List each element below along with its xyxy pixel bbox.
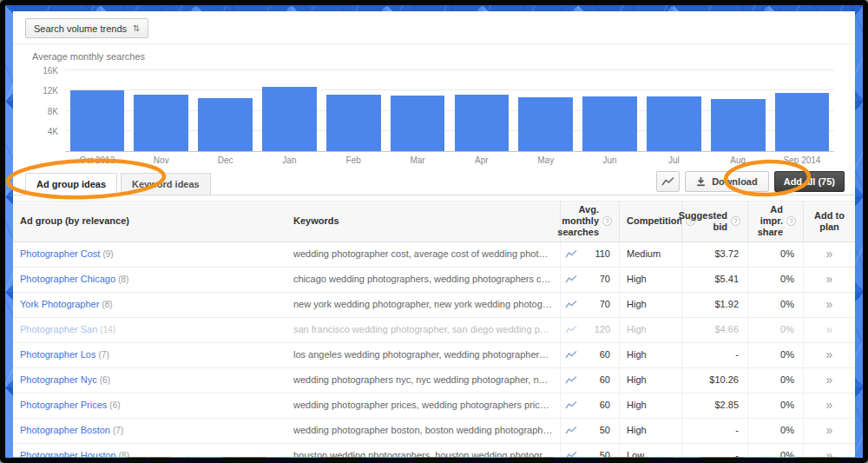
bar-column <box>770 70 834 151</box>
y-tick-label: 8K <box>48 106 65 116</box>
x-axis-label: Nov <box>129 155 194 165</box>
header-ad-impr-share: Ad impr. share? <box>747 202 803 241</box>
add-to-plan-button[interactable]: » <box>803 367 855 393</box>
ad-group-link[interactable]: Photographer Los <box>20 349 95 360</box>
ad-group-link[interactable]: Photographer Prices <box>20 400 107 410</box>
trend-icon[interactable] <box>560 292 581 317</box>
ad-impr-share-cell: 0% <box>747 443 803 457</box>
double-chevron-icon: » <box>826 322 833 336</box>
search-volume-trends-label: Search volume trends <box>34 23 127 34</box>
add-to-plan-button[interactable]: » <box>803 418 855 443</box>
suggested-bid-cell: $4.66 <box>681 317 747 342</box>
bar-column <box>641 70 706 151</box>
bar <box>582 96 637 151</box>
add-to-plan-button[interactable]: » <box>803 292 855 317</box>
competition-cell: High <box>619 342 681 367</box>
add-to-plan-button[interactable]: » <box>803 317 855 342</box>
add-to-plan-button[interactable]: » <box>803 241 855 267</box>
keyword-count: (8) <box>102 300 112 309</box>
line-chart-icon <box>565 274 577 284</box>
competition-cell: High <box>619 367 681 393</box>
add-to-plan-button[interactable]: » <box>803 443 855 457</box>
download-button[interactable]: Download <box>685 171 769 192</box>
trend-icon[interactable] <box>560 267 581 292</box>
ad-group-link[interactable]: Photographer Chicago <box>20 274 115 284</box>
trend-icon[interactable] <box>560 393 581 418</box>
topbar: Search volume trends ⇅ <box>13 11 855 44</box>
ad-group-link[interactable]: Photographer Nyc <box>20 374 97 385</box>
y-tick-label: 4K <box>48 126 65 136</box>
ad-group-link[interactable]: York Photographer <box>20 299 99 309</box>
table-row: Photographer San (14) san francisco wedd… <box>13 318 855 343</box>
bar-column <box>65 70 129 151</box>
avg-monthly-searches-cell: 60 <box>581 342 619 367</box>
ad-group-link[interactable]: Photographer Houston <box>20 450 116 457</box>
header-avg-monthly-searches: Avg. monthly searches? <box>560 202 619 241</box>
bar <box>134 95 188 151</box>
bar-column <box>257 70 321 151</box>
add-to-plan-button[interactable]: » <box>803 342 855 367</box>
trend-icon[interactable] <box>560 317 581 342</box>
add-to-plan-button[interactable]: » <box>803 393 855 418</box>
add-to-plan-button[interactable]: » <box>803 267 855 292</box>
help-icon[interactable]: ? <box>731 216 740 226</box>
trend-icon[interactable] <box>560 241 581 267</box>
double-chevron-icon: » <box>826 373 833 387</box>
suggested-bid-cell: $1.92 <box>681 292 747 317</box>
table-row: Photographer Houston (8) houston wedding… <box>13 444 855 457</box>
keywords-cell: new york wedding photographer, new york … <box>286 292 560 317</box>
table-row: Photographer Los (7) los angeles wedding… <box>13 343 855 368</box>
trend-icon[interactable] <box>560 418 581 443</box>
bar <box>391 96 445 151</box>
ad-impr-share-cell: 0% <box>747 393 803 418</box>
trend-icon[interactable] <box>560 342 581 367</box>
double-chevron-icon: » <box>826 423 833 437</box>
trend-icon[interactable] <box>560 443 581 457</box>
ad-impr-share-cell: 0% <box>747 267 803 292</box>
line-chart-icon <box>661 176 674 187</box>
ad-group-link[interactable]: Photographer Cost <box>20 248 100 259</box>
avg-monthly-searches-cell: 50 <box>581 418 619 443</box>
keyword-count: (14) <box>100 325 115 334</box>
help-icon[interactable]: ? <box>786 216 796 226</box>
line-chart-icon <box>565 451 577 457</box>
line-chart-icon <box>565 350 577 360</box>
sort-arrows-icon: ⇅ <box>133 23 140 33</box>
x-axis-label: Aug <box>706 155 770 165</box>
keyword-count: (8) <box>118 274 128 284</box>
competition-cell: High <box>619 292 681 317</box>
tab-keyword-ideas[interactable]: Keyword ideas <box>121 173 211 195</box>
x-axis-label: Mar <box>385 155 450 165</box>
ad-group-link[interactable]: Photographer Boston <box>20 425 110 435</box>
keywords-cell: san francisco wedding photographer, san … <box>286 317 560 342</box>
search-volume-trends-dropdown[interactable]: Search volume trends ⇅ <box>25 18 148 38</box>
bar-column <box>450 70 514 151</box>
add-all-button[interactable]: Add all (75) <box>774 171 845 192</box>
x-axis-label: Jan <box>257 155 321 165</box>
bar <box>262 87 317 151</box>
keywords-cell: houston wedding photographers, houston w… <box>286 443 560 457</box>
ad-group-cell: Photographer Boston (7) <box>13 418 286 443</box>
bar <box>647 96 701 151</box>
ad-group-cell: Photographer Prices (6) <box>13 393 286 418</box>
x-axis-label: Apr <box>450 155 514 165</box>
ad-group-cell: Photographer Los (7) <box>13 342 286 367</box>
ad-impr-share-cell: 0% <box>747 241 803 267</box>
bar-column <box>129 70 194 151</box>
tab-ad-group-ideas[interactable]: Ad group ideas <box>25 173 117 195</box>
header-suggested-bid: Suggested bid? <box>681 202 747 241</box>
bar-column <box>706 70 770 151</box>
chart-view-button[interactable] <box>656 171 680 192</box>
bar-column <box>385 70 450 151</box>
double-chevron-icon: » <box>826 448 833 457</box>
trend-icon[interactable] <box>560 367 581 393</box>
bar-column <box>321 70 385 151</box>
bar-plot: 16K12K8K4K <box>65 70 834 152</box>
double-chevron-icon: » <box>826 272 833 286</box>
competition-cell: High <box>619 317 681 342</box>
help-icon[interactable]: ? <box>602 216 612 226</box>
avg-monthly-searches-cell: 70 <box>581 292 619 317</box>
ad-group-link[interactable]: Photographer San <box>20 324 97 334</box>
strip-actions: Download Add all (75) <box>656 171 845 192</box>
chart-title: Average monthly searches <box>32 51 838 62</box>
